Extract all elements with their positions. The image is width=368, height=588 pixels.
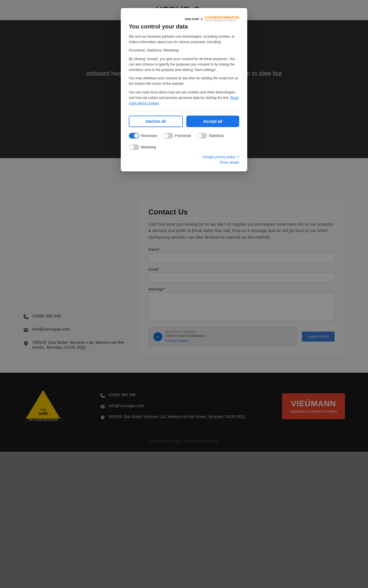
toggle-marketing[interactable]: Marketing <box>129 144 156 150</box>
necessary-label: Necessary <box>141 134 157 138</box>
toggle-necessary[interactable]: Necessary <box>129 133 157 139</box>
statistical-label: Statistical <box>209 134 223 138</box>
marketing-toggle[interactable] <box>129 144 139 150</box>
cookie-body1: We and our business partners use technol… <box>129 34 239 45</box>
functional-label: Functional <box>175 134 191 138</box>
statistical-toggle[interactable] <box>197 133 207 139</box>
cookie-modal-header: one.com & COOKIEINFORMATION Consent Mana… <box>129 16 239 22</box>
consent-platform: Consent Management Platform <box>205 19 239 22</box>
accept-all-button[interactable]: Accept all <box>186 116 239 127</box>
toggle-statistical[interactable]: Statistical <box>197 133 223 139</box>
cookie-body4: You can read more about how we use cooki… <box>129 90 239 106</box>
one-com-logo: one.com & COOKIEINFORMATION Consent Mana… <box>185 16 239 22</box>
toggle-functional[interactable]: Functional <box>163 133 191 139</box>
google-privacy-link[interactable]: Google privacy policy ↗ <box>203 155 239 159</box>
show-details-link[interactable]: Show details <box>129 160 239 164</box>
cookie-modal-title: You control your data <box>129 23 239 30</box>
functional-toggle[interactable] <box>163 133 173 139</box>
cookie-body2: By clicking 'Accept', you give your cons… <box>129 56 239 73</box>
cookie-toggles: Necessary Functional Statistical Marketi… <box>129 133 239 150</box>
cookie-purposes: Functional, Statistical, Marketing <box>129 48 239 53</box>
cookie-divider <box>129 111 239 111</box>
necessary-toggle[interactable] <box>129 133 139 139</box>
cookie-button-row: Decline all Accept all <box>129 116 239 127</box>
cookie-modal-overlay: one.com & COOKIEINFORMATION Consent Mana… <box>0 0 368 452</box>
cookie-modal: one.com & COOKIEINFORMATION Consent Mana… <box>121 8 247 171</box>
marketing-label: Marketing <box>141 145 156 149</box>
decline-all-button[interactable]: Decline all <box>129 116 183 127</box>
cookie-body3: You may withdraw your consent at any tim… <box>129 76 239 87</box>
cookie-links: Google privacy policy ↗ Show details <box>129 154 239 164</box>
